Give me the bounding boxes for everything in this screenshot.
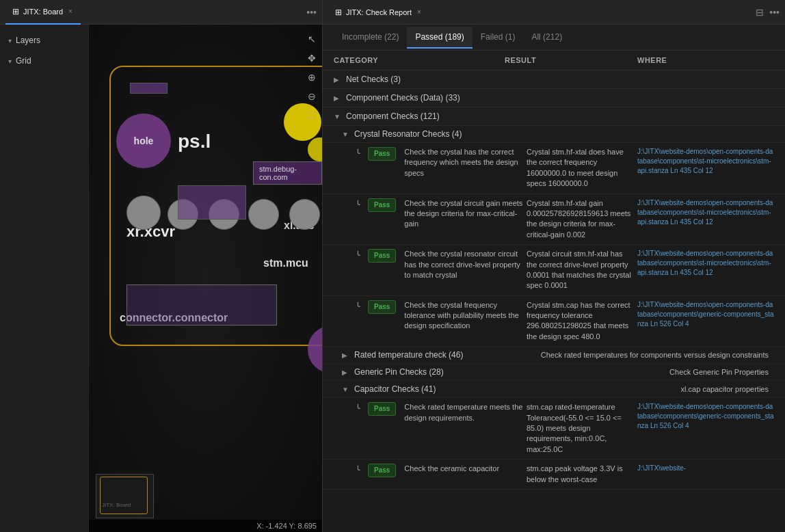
pass-badge-4: Pass — [368, 300, 396, 314]
check-cat-cap-1: ╰ Pass Check rated temperature meets the… — [356, 402, 527, 423]
right-toolbar: ↖ ✥ ⊕ ⊖ ⛶ — [304, 31, 319, 123]
check-result-3: Crystal circuit stm.hf-xtal has the corr… — [527, 249, 637, 291]
check-cat-1: ╰ Pass Check the crystal has the correct… — [356, 147, 527, 178]
small-circle-4 — [248, 199, 279, 230]
pass-badge-3: Pass — [368, 249, 396, 263]
minimap-label: JITX: Board — [102, 502, 131, 508]
indent-indicator-2: ╰ — [356, 198, 365, 210]
check-cat-3: ╰ Pass Check the crystal resonator circu… — [356, 249, 527, 280]
indent-indicator-4: ╰ — [356, 300, 365, 312]
tab-board[interactable]: ⊞ JITX: Board × — [5, 0, 81, 25]
layers-chevron: ▾ — [8, 37, 12, 44]
tab-report-title: JITX: Check Report — [346, 8, 412, 16]
pass-badge-cap-1: Pass — [368, 402, 396, 416]
indent-indicator-cap-2: ╰ — [356, 464, 365, 475]
rated-temp-expand-icon: ▶ — [342, 351, 349, 359]
check-where-3[interactable]: J:\JITX\website-demos\open-components-da… — [637, 249, 774, 278]
zoom-out-tool[interactable]: ⊖ — [304, 89, 319, 104]
check-row-crystal-1: ╰ Pass Check the crystal has the correct… — [323, 143, 785, 194]
board-background: hole ps.l xr.xcvr stm.debug-con.com xl.a… — [89, 25, 322, 532]
board-canvas[interactable]: hole ps.l xr.xcvr stm.debug-con.com xl.a… — [89, 25, 322, 532]
small-circle-1 — [127, 196, 161, 230]
check-where-2[interactable]: J:\JITX\website-demos\open-components-da… — [637, 198, 774, 227]
check-cat-4: ╰ Pass Check the crystal frequency toler… — [356, 300, 527, 332]
minimap: JITX: Board — [96, 474, 154, 518]
minimap-inner: JITX: Board — [96, 475, 153, 518]
tab-board-icon: ⊞ — [12, 7, 19, 16]
filter-bar: Incomplete (22) Passed (189) Failed (1) … — [323, 25, 785, 51]
check-row-cap-1: ╰ Pass Check rated temperature meets the… — [323, 398, 785, 460]
results-container[interactable]: ▶ Net Checks (3) ▶ Component Checks (Dat… — [323, 70, 785, 532]
left-tab-more[interactable]: ••• — [306, 7, 317, 18]
right-panel: ⊞ JITX: Check Report × ⊟ ••• Incomplete … — [323, 0, 785, 532]
comp-rect-1 — [130, 83, 168, 94]
minimap-board — [100, 477, 148, 514]
cursor-tool[interactable]: ↖ — [304, 31, 319, 46]
tab-bar-right: ⊞ JITX: Check Report × ⊟ ••• — [323, 0, 785, 25]
filter-all[interactable]: All (212) — [523, 27, 570, 49]
tab-report-close[interactable]: × — [416, 7, 423, 17]
check-row-crystal-2: ╰ Pass Check the crystal circuit gain me… — [323, 194, 785, 245]
pass-badge-cap-2: Pass — [368, 464, 396, 477]
cat-text-cap-1: Check rated temperature meets the design… — [404, 402, 527, 423]
sidebar: ▾ Layers ▾ Grid — [0, 25, 89, 532]
check-where-cap-1[interactable]: J:\JITX\website-demos\open-components-da… — [637, 402, 774, 431]
component-data-label: Component Checks (Data) (33) — [346, 93, 460, 103]
hole-top-left: hole — [116, 114, 171, 168]
group-net-checks[interactable]: ▶ Net Checks (3) — [323, 70, 785, 89]
subgroup-crystal-resonator[interactable]: ▼ Crystal Resonator Checks (4) — [323, 126, 785, 143]
sidebar-layers-header[interactable]: ▾ Layers — [0, 31, 88, 49]
fit-tool[interactable]: ⛶ — [304, 108, 319, 123]
crystal-label: Crystal Resonator Checks (4) — [354, 129, 462, 139]
check-result-cap-2: stm.cap peak voltage 3.3V is below the w… — [527, 464, 637, 485]
table-header: CATEGORY RESULT WHERE — [323, 51, 785, 70]
filter-failed[interactable]: Failed (1) — [473, 27, 524, 49]
app-container: ⊞ JITX: Board × ••• ▾ Layers ▾ Grid — [0, 0, 785, 532]
tab-board-title: JITX: Board — [23, 8, 63, 16]
small-circle-5 — [289, 199, 320, 230]
cat-text-3: Check the crystal resonator circuit has … — [404, 249, 527, 280]
comp-rect-2 — [178, 185, 246, 220]
zoom-in-tool[interactable]: ⊕ — [304, 70, 319, 85]
check-row-cap-2: ╰ Pass Check the ceramic capacitor stm.c… — [323, 460, 785, 490]
filter-incomplete[interactable]: Incomplete (22) — [334, 27, 407, 49]
filter-passed[interactable]: Passed (189) — [407, 27, 472, 49]
cat-text-cap-2: Check the ceramic capacitor — [404, 464, 499, 474]
tab-check-report[interactable]: ⊞ JITX: Check Report × — [328, 0, 429, 25]
tab-bar-left: ⊞ JITX: Board × ••• — [0, 0, 322, 25]
more-icon[interactable]: ••• — [769, 7, 780, 18]
check-row-crystal-4: ╰ Pass Check the crystal frequency toler… — [323, 296, 785, 347]
check-where-1[interactable]: J:\JITX\website-demos\open-components-da… — [637, 147, 774, 176]
tab-board-close[interactable]: × — [67, 6, 74, 16]
col-category: CATEGORY — [334, 56, 505, 64]
sidebar-grid-header[interactable]: ▾ Grid — [0, 52, 88, 70]
rated-temp-label: Rated temperature check (46) — [354, 350, 463, 360]
cat-text-4: Check the crystal frequency tolerance wi… — [404, 300, 527, 332]
subgroup-generic-pin[interactable]: ▶ Generic Pin Checks (28) Check Generic … — [323, 364, 785, 381]
cat-text-2: Check the crystal circuit gain meets the… — [404, 198, 527, 230]
group-component-checks[interactable]: ▼ Component Checks (121) — [323, 107, 785, 126]
grid-label: Grid — [16, 56, 31, 66]
sidebar-layers-section: ▾ Layers — [0, 31, 88, 49]
check-cat-cap-2: ╰ Pass Check the ceramic capacitor — [356, 464, 527, 477]
col-where: WHERE — [637, 56, 774, 64]
check-where-cap-2[interactable]: J:\JITX\website- — [637, 464, 774, 473]
col-result: RESULT — [505, 56, 637, 64]
hole-label: hole — [134, 135, 154, 146]
move-tool[interactable]: ✥ — [304, 51, 319, 66]
check-where-4[interactable]: J:\JITX\website-demos\open-components-da… — [637, 300, 774, 329]
check-row-crystal-3: ╰ Pass Check the crystal resonator circu… — [323, 245, 785, 296]
indent-indicator-3: ╰ — [356, 249, 365, 261]
check-cat-2: ╰ Pass Check the crystal circuit gain me… — [356, 198, 527, 230]
subgroup-capacitor[interactable]: ▼ Capacitor Checks (41) xl.cap capacitor… — [323, 381, 785, 398]
check-result-1: Crystal stm.hf-xtal does have the correc… — [527, 147, 637, 189]
component-checks-label: Component Checks (121) — [346, 111, 440, 121]
generic-pin-label: Generic Pin Checks (28) — [354, 367, 444, 377]
group-component-data[interactable]: ▶ Component Checks (Data) (33) — [323, 89, 785, 107]
cat-text-1: Check the crystal has the correct freque… — [404, 147, 527, 178]
stmmcu-label: stm.mcu — [263, 257, 308, 269]
subgroup-rated-temp[interactable]: ▶ Rated temperature check (46) Check rat… — [323, 347, 785, 364]
pass-badge-2: Pass — [368, 198, 396, 212]
generic-pin-result: Check Generic Pin Properties — [669, 368, 774, 376]
split-icon[interactable]: ⊟ — [756, 7, 764, 18]
